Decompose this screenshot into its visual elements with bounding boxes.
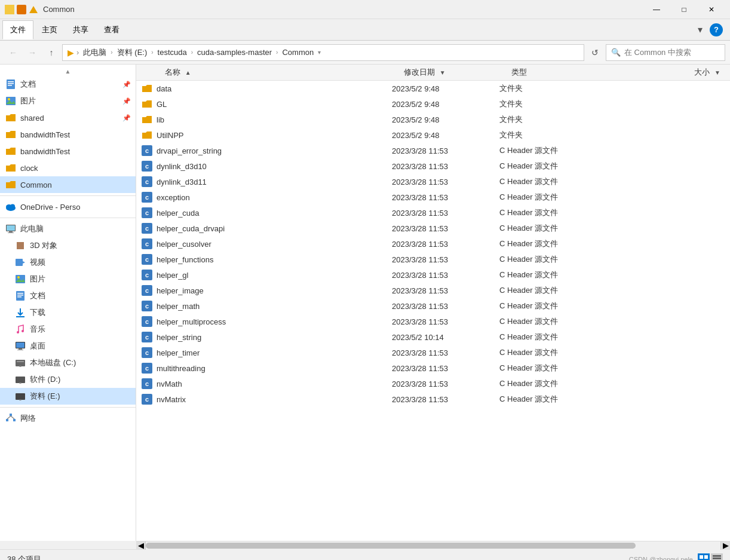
table-row[interactable]: c drvapi_error_string 2023/3/28 11:53 C … [136, 143, 730, 158]
up-button[interactable]: ↑ [43, 44, 60, 61]
table-row[interactable]: c multithreading 2023/3/28 11:53 C Heade… [136, 360, 730, 376]
path-pc[interactable]: 此电脑 [81, 46, 108, 59]
sidebar-item-diskd[interactable]: 软件 (D:) [0, 371, 136, 388]
path-common[interactable]: Common [280, 47, 315, 58]
table-row[interactable]: c exception 2023/3/28 11:53 C Header 源文件 [136, 189, 730, 205]
sidebar-item-3d[interactable]: 3D 对象 [0, 237, 136, 254]
table-row[interactable]: c nvMath 2023/3/28 11:53 C Header 源文件 [136, 376, 730, 391]
header-col-date[interactable]: 修改日期 ▼ [404, 67, 511, 78]
path-chevron-4[interactable]: › [276, 49, 278, 56]
path-testcuda[interactable]: testcuda [156, 47, 189, 58]
common-folder-icon [5, 179, 17, 191]
file-list: 名称 ▲ 修改日期 ▼ 类型 大小 ▼ data 2023/5/2 9:48 文… [136, 65, 730, 541]
sidebar-item-bandwidthtest2[interactable]: bandwidthTest [0, 143, 136, 160]
sidebar-item-desktop[interactable]: 桌面 [0, 338, 136, 354]
path-chevron-2[interactable]: › [151, 49, 153, 56]
hscroll-right-btn[interactable]: ▶ [720, 541, 730, 550]
svg-rect-46 [10, 414, 12, 416]
table-row[interactable]: GL 2023/5/2 9:48 文件夹 [136, 96, 730, 112]
shared-folder-icon [5, 112, 17, 124]
path-chevron-3[interactable]: › [191, 49, 193, 56]
c-header-icon: c [141, 284, 153, 296]
path-cuda-samples[interactable]: cuda-samples-master [195, 47, 274, 58]
sidebar-scroll-up[interactable]: ▲ [0, 67, 136, 76]
svg-rect-3 [7, 79, 15, 89]
table-row[interactable]: data 2023/5/2 9:48 文件夹 [136, 81, 730, 96]
table-row[interactable]: c helper_gl 2023/3/28 11:53 C Header 源文件 [136, 267, 730, 283]
sidebar-item-downloads[interactable]: 下载 [0, 304, 136, 321]
hscroll-left-btn[interactable]: ◀ [136, 541, 146, 550]
sidebar-item-documents[interactable]: 文档 📌 [0, 76, 136, 93]
header-col-size[interactable]: 大小 ▼ [607, 67, 725, 78]
sidebar-item-diskc[interactable]: 本地磁盘 (C:) [0, 354, 136, 371]
table-row[interactable]: c helper_functions 2023/3/28 11:53 C Hea… [136, 252, 730, 267]
table-row[interactable]: UtilNPP 2023/5/2 9:48 文件夹 [136, 127, 730, 143]
path-drive[interactable]: 资料 (E:) [115, 46, 149, 59]
c-header-icon: c [141, 176, 153, 188]
sidebar-item-shared[interactable]: shared 📌 [0, 109, 136, 126]
sidebar-item-common[interactable]: Common [0, 176, 136, 193]
sidebar-item-doc2[interactable]: 文档 [0, 287, 136, 304]
sidebar-item-thispc[interactable]: 此电脑 [0, 221, 136, 237]
back-button[interactable]: ← [5, 44, 22, 61]
address-path[interactable]: ▶ › 此电脑 › 资料 (E:) › testcuda › cuda-samp… [62, 44, 584, 61]
table-row[interactable]: c helper_cusolver 2023/3/28 11:53 C Head… [136, 236, 730, 252]
sidebar-item-pictures[interactable]: 图片 📌 [0, 93, 136, 109]
ribbon-expand-button[interactable]: ▾ [693, 23, 707, 37]
tab-file[interactable]: 文件 [2, 20, 33, 39]
sidebar-item-onedrive[interactable]: OneDrive - Perso [0, 198, 136, 215]
sidebar-item-music[interactable]: 音乐 [0, 321, 136, 338]
refresh-button[interactable]: ↺ [587, 44, 603, 61]
sidebar-item-bandwidthtest1[interactable]: bandwidthTest [0, 126, 136, 143]
table-row[interactable]: lib 2023/5/2 9:48 文件夹 [136, 112, 730, 127]
sidebar-label-pictures: 图片 [20, 96, 119, 106]
header-col-type[interactable]: 类型 [511, 67, 607, 78]
view-toggle[interactable] [698, 553, 723, 561]
horizontal-scrollbar[interactable]: ◀ ▶ [136, 541, 730, 549]
sidebar-item-diske[interactable]: 资料 (E:) [0, 388, 136, 405]
sidebar-item-pic2[interactable]: 图片 [0, 271, 136, 287]
table-row[interactable]: c dynlink_d3d10 2023/3/28 11:53 C Header… [136, 158, 730, 174]
table-row[interactable]: c helper_timer 2023/3/28 11:53 C Header … [136, 345, 730, 360]
forward-button[interactable]: → [24, 44, 41, 61]
downloads-icon [14, 307, 26, 319]
tab-view[interactable]: 查看 [97, 21, 127, 39]
table-row[interactable]: c helper_cuda_drvapi 2023/3/28 11:53 C H… [136, 221, 730, 236]
path-chevron-1[interactable]: › [111, 49, 112, 56]
status-right: CSDN @zhongyi nele [629, 553, 723, 561]
table-row[interactable]: c helper_multiprocess 2023/3/28 11:53 C … [136, 314, 730, 329]
view-list-icon[interactable] [698, 553, 710, 561]
hscroll-thumb[interactable] [146, 543, 636, 549]
search-input[interactable] [624, 48, 720, 57]
path-dropdown[interactable]: ▾ [318, 49, 321, 56]
table-row[interactable]: c nvMatrix 2023/3/28 11:53 C Header 源文件 [136, 391, 730, 407]
close-button[interactable]: ✕ [698, 0, 725, 19]
help-button[interactable]: ? [710, 23, 723, 36]
file-name: GL [157, 100, 392, 109]
title-bar: Common — □ ✕ [0, 0, 730, 19]
sidebar-item-video[interactable]: 视频 [0, 254, 136, 271]
maximize-button[interactable]: □ [670, 0, 698, 19]
header-col-name[interactable]: 名称 ▲ [153, 67, 404, 78]
sidebar-label-bandwidth2: bandwidthTest [20, 147, 131, 156]
svg-rect-1 [17, 5, 26, 14]
table-row[interactable]: c dynlink_d3d11 2023/3/28 11:53 C Header… [136, 174, 730, 189]
table-row[interactable]: c helper_math 2023/3/28 11:53 C Header 源… [136, 298, 730, 314]
sidebar-label-diskc: 本地磁盘 (C:) [30, 357, 131, 368]
sidebar-label-network: 网络 [20, 413, 131, 424]
table-row[interactable]: c helper_string 2023/5/2 10:14 C Header … [136, 329, 730, 345]
sidebar-item-network[interactable]: 网络 [0, 410, 136, 427]
documents-icon [5, 78, 17, 90]
tab-share[interactable]: 共享 [66, 21, 96, 39]
table-row[interactable]: c helper_cuda 2023/3/28 11:53 C Header 源… [136, 205, 730, 221]
tab-home[interactable]: 主页 [35, 21, 65, 39]
svg-rect-59 [713, 555, 721, 557]
view-detail-icon[interactable] [711, 553, 723, 561]
minimize-button[interactable]: — [643, 0, 670, 19]
table-row[interactable]: c helper_image 2023/3/28 11:53 C Header … [136, 283, 730, 298]
clock-folder-icon [5, 162, 17, 174]
search-box[interactable]: 🔍 [606, 44, 725, 61]
c-header-icon: c [141, 393, 153, 405]
sidebar-item-clock[interactable]: clock [0, 160, 136, 176]
pin-icon-shared: 📌 [122, 114, 131, 122]
